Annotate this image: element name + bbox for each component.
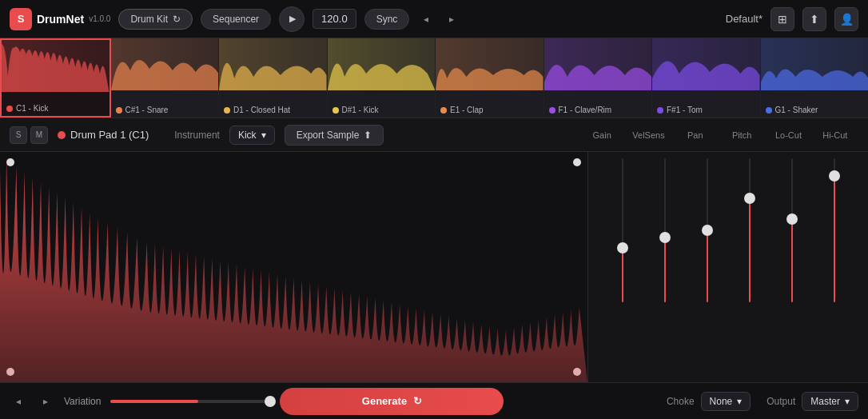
app-name: DrumNet: [37, 13, 84, 26]
variation-slider[interactable]: [110, 400, 270, 403]
pitch-slider-col: [731, 158, 768, 352]
topbar: S DrumNet v1.0.0 Drum Kit ↻ Sequencer ▶ …: [0, 0, 868, 38]
gain-header: Gain: [583, 130, 620, 140]
pad-cs1-dot: [116, 107, 122, 114]
velsens-slider-thumb[interactable]: [659, 232, 671, 243]
pad-g1-label: G1 - Shaker: [766, 106, 818, 114]
pad-fs1-waveform: [652, 38, 760, 90]
solo-button[interactable]: S: [10, 126, 27, 144]
pitch-header: Pitch: [723, 130, 760, 140]
pad-e1-label: E1 - Clap: [440, 106, 484, 114]
save-icon-button[interactable]: ⊞: [770, 7, 794, 31]
pad-ds1[interactable]: D#1 - Kick: [328, 38, 436, 118]
hicut-slider-col: [816, 158, 853, 352]
play-button[interactable]: ▶: [279, 6, 305, 32]
pad-cs1[interactable]: C#1 - Snare: [111, 38, 220, 118]
variation-next-button[interactable]: ▸: [37, 393, 54, 410]
bottom-bar: ◂ ▸ Variation Generate ↻ Choke None ▾ Ou…: [0, 382, 868, 419]
pad-d1-dot: [224, 107, 230, 114]
pad-cs1-waveform: [111, 38, 219, 90]
hicut-slider-track[interactable]: [834, 158, 835, 302]
solo-label: S: [16, 130, 22, 139]
export-sample-button[interactable]: Export Sample ⬆: [285, 125, 384, 146]
sliders-body: [601, 158, 855, 352]
pad-cs1-label: C#1 - Snare: [116, 106, 169, 114]
generate-button[interactable]: Generate ↻: [280, 388, 504, 415]
drum-kit-button[interactable]: Drum Kit ↻: [118, 9, 193, 30]
pad-ds1-label: D#1 - Kick: [332, 106, 379, 114]
locut-slider-thumb[interactable]: [786, 213, 798, 225]
variation-label: Variation: [64, 396, 101, 407]
velsens-slider-fill: [664, 237, 666, 302]
s-m-buttons: S M: [10, 126, 48, 144]
velsens-slider-track[interactable]: [664, 158, 666, 302]
sync-button[interactable]: Sync: [364, 9, 410, 30]
pad-fs1-label: F#1 - Tom: [657, 106, 703, 114]
choke-value: None: [710, 396, 733, 407]
pad-e1-text: E1 - Clap: [450, 106, 484, 114]
choke-dropdown[interactable]: None ▾: [701, 392, 751, 411]
variation-thumb[interactable]: [265, 396, 276, 407]
pad-d1[interactable]: D1 - Closed Hat: [219, 38, 328, 118]
pad-c1-dot: [6, 106, 13, 112]
app-version: v1.0.0: [89, 14, 110, 23]
pad-ds1-dot: [332, 107, 339, 114]
instrument-value: Kick: [238, 130, 257, 141]
sequencer-button[interactable]: Sequencer: [201, 9, 271, 30]
pad-e1[interactable]: E1 - Clap: [436, 38, 544, 118]
current-pad-name: Drum Pad 1 (C1): [58, 129, 149, 141]
logo-icon: S: [10, 8, 32, 30]
pad-d1-text: D1 - Closed Hat: [233, 106, 290, 114]
pad-cs1-text: C#1 - Snare: [125, 106, 169, 114]
pitch-slider-thumb[interactable]: [744, 193, 755, 204]
dropdown-arrow-icon: ▾: [261, 130, 266, 141]
topbar-right: Default* ⊞ ⬆ 👤: [726, 7, 858, 31]
export-icon-button[interactable]: ⬆: [802, 7, 826, 31]
variation-fill: [110, 400, 198, 403]
pad-f1-dot: [549, 107, 555, 114]
locut-slider-track[interactable]: [791, 158, 793, 302]
pad-ds1-waveform: [328, 38, 436, 90]
refresh-icon: ↻: [173, 14, 181, 25]
variation-next-icon: ▸: [43, 396, 48, 407]
sequencer-label: Sequencer: [213, 14, 259, 25]
mute-button[interactable]: M: [30, 126, 48, 144]
gain-slider-thumb[interactable]: [617, 242, 628, 253]
locut-slider-fill: [791, 219, 793, 302]
upload-icon: ⬆: [810, 13, 819, 26]
pad-c1-label: C1 - Kick: [6, 104, 49, 113]
pad-fs1-text: F#1 - Tom: [667, 106, 703, 114]
pad-d1-waveform: [219, 38, 327, 90]
pan-slider-track[interactable]: [707, 158, 708, 302]
current-pad-dot: [58, 131, 66, 139]
instrument-dropdown[interactable]: Kick ▾: [229, 126, 275, 145]
prev-arrow-button[interactable]: ◂: [417, 10, 435, 28]
pan-slider-col: [689, 158, 726, 352]
logo-letter: S: [18, 13, 25, 25]
bpm-value: 120.0: [321, 13, 348, 25]
output-dropdown[interactable]: Master ▾: [802, 392, 858, 411]
choke-section: Choke None ▾ Output Master ▾: [667, 392, 858, 411]
gain-slider-track[interactable]: [622, 158, 623, 302]
next-arrow-button[interactable]: ▸: [443, 10, 460, 28]
generate-label: Generate: [362, 395, 407, 407]
output-value: Master: [810, 396, 840, 407]
pad-f1[interactable]: F1 - Clave/Rim: [544, 38, 653, 118]
bpm-display[interactable]: 120.0: [313, 9, 356, 29]
hicut-slider-thumb[interactable]: [829, 170, 840, 182]
pad-fs1[interactable]: F#1 - Tom: [652, 38, 761, 118]
main-content: [0, 152, 868, 382]
pad-g1[interactable]: G1 - Shaker: [761, 38, 869, 118]
output-label: Output: [766, 396, 795, 407]
pitch-slider-track[interactable]: [749, 158, 751, 302]
hicut-slider-fill: [834, 176, 835, 302]
variation-prev-button[interactable]: ◂: [10, 393, 27, 410]
pad-c1[interactable]: C1 - Kick: [0, 38, 111, 118]
pitch-slider-fill: [749, 198, 751, 302]
export-sample-label: Export Sample: [297, 130, 360, 141]
user-icon-button[interactable]: 👤: [834, 7, 858, 31]
pad-f1-text: F1 - Clave/Rim: [559, 106, 612, 114]
pan-slider-thumb[interactable]: [702, 225, 713, 236]
pad-fs1-dot: [657, 107, 663, 114]
velsens-header: VelSens: [630, 130, 667, 140]
